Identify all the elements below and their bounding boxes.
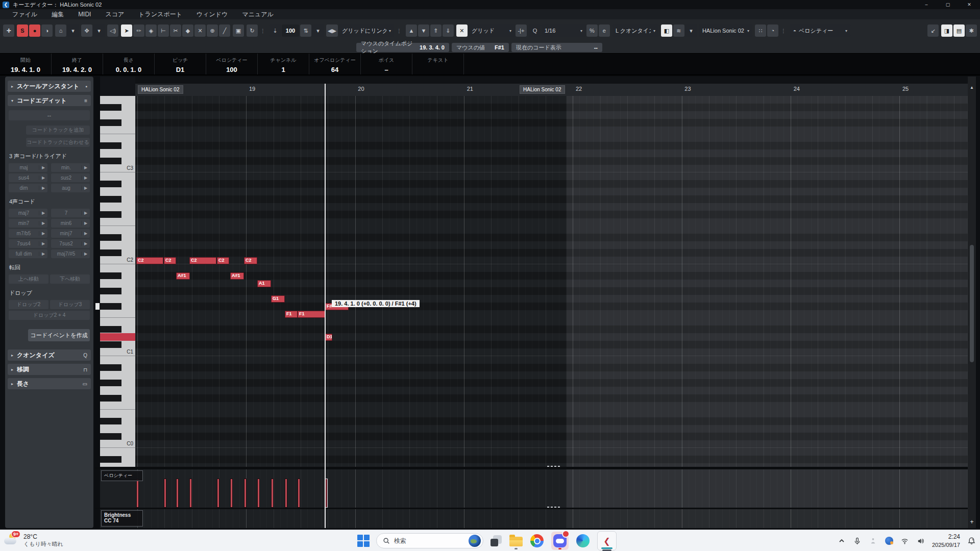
show-part-borders-button[interactable]: ≋ [673, 24, 684, 37]
piano-key-E1[interactable] [100, 318, 135, 325]
part-select-arrow[interactable]: ▾ [685, 24, 697, 37]
show-lower-zone-button[interactable]: ▤ [953, 24, 965, 37]
search-box[interactable]: 検索 [376, 533, 483, 548]
piano-key-Gs2[interactable] [100, 195, 135, 203]
accessibility-tray-icon[interactable] [869, 536, 878, 545]
chord-7-button[interactable]: 7▶ [51, 209, 90, 217]
edit-active-part-only-button[interactable]: ◧ [661, 24, 672, 37]
chord-play-arrow-icon[interactable]: ▶ [39, 241, 47, 246]
grid-relative-button[interactable]: -|+ [516, 24, 527, 37]
piano-key-Ds0[interactable] [100, 417, 135, 425]
menu-manual[interactable]: マニュアル [235, 9, 280, 19]
time-warp-button[interactable]: ▣ [233, 24, 244, 37]
event-colors-dropdown[interactable]: ◓ベロシティー▾ [790, 24, 850, 37]
section-長さ[interactable]: ▸長さ▭ [8, 378, 91, 389]
piano-key-G0[interactable] [100, 387, 135, 394]
midi-note[interactable]: C2 [136, 257, 163, 264]
vertical-scrollbar[interactable]: ▲ + [968, 77, 976, 528]
link-editors-button[interactable]: ↙ [927, 24, 939, 37]
chord-play-arrow-icon[interactable]: ▶ [81, 211, 90, 215]
chord-min--button[interactable]: min.▶ [51, 163, 90, 172]
piano-key-As1[interactable] [100, 272, 135, 280]
velocity-bar[interactable] [164, 479, 166, 508]
piano-key-F1[interactable] [100, 310, 135, 318]
piano-key-D0[interactable] [100, 425, 135, 433]
menu-file[interactable]: ファイル [5, 9, 44, 19]
set-up-window-layout-button[interactable]: ✱ [966, 24, 977, 37]
chord-7sus4-button[interactable]: 7sus4▶ [9, 239, 47, 248]
piano-key-C1[interactable]: C1 [100, 348, 135, 356]
part-name-tab[interactable]: HALion Sonic 02 [138, 85, 183, 94]
part-end-tab[interactable]: HALion Sonic 02 [520, 85, 565, 94]
acoustic-monitor-button[interactable]: ◁) [107, 24, 118, 37]
piano-key-E0[interactable] [100, 410, 135, 417]
file-explorer-button[interactable] [509, 532, 523, 549]
chord-play-arrow-icon[interactable]: ▶ [81, 231, 90, 236]
piano-key-C3[interactable]: C3 [100, 165, 135, 172]
midi-note[interactable]: A#1 [230, 272, 244, 280]
midi-note[interactable]: D1 [325, 334, 332, 341]
piano-key-Cs0[interactable] [100, 433, 135, 440]
scroll-up-arrow-icon[interactable]: ▲ [969, 85, 975, 91]
transpose-down-button[interactable]: ▼ [418, 24, 429, 37]
step-input-button[interactable]: ∷ [755, 24, 766, 37]
piano-key-Fs2[interactable] [100, 211, 135, 218]
chord-play-arrow-icon[interactable]: ▶ [81, 252, 90, 256]
velocity-bar[interactable] [189, 479, 192, 508]
notification-bell-button[interactable]: z [967, 536, 976, 545]
chrome-button[interactable] [530, 532, 544, 549]
chord-full-dim-button[interactable]: full dim▶ [9, 249, 47, 258]
velocity-bar[interactable] [285, 479, 287, 508]
midi-note[interactable]: C2 [164, 257, 176, 264]
chord-maj7-5-button[interactable]: maj7/#5▶ [51, 249, 90, 258]
piano-key-Cs3[interactable] [100, 157, 135, 165]
piano-key-Ds2[interactable] [100, 234, 135, 241]
piano-key-G2[interactable] [100, 203, 135, 211]
piano-key-B-1[interactable] [100, 448, 135, 456]
info-field-pitch[interactable]: ピッチD1 [155, 54, 206, 74]
close-button[interactable]: ✕ [959, 0, 980, 9]
info-field-voice[interactable]: ボイス– [361, 54, 412, 74]
info-field-velocity[interactable]: ベロシティー100 [206, 54, 258, 74]
glue-tool[interactable]: ◆ [182, 24, 193, 37]
length-options-menu[interactable]: ⋮ [395, 24, 403, 37]
chord-play-arrow-icon[interactable]: ▶ [81, 221, 90, 226]
iterative-quantize-button[interactable]: % [586, 24, 598, 37]
add-chord-track-button[interactable]: コードトラックを追加 [26, 126, 90, 135]
wifi-tray-icon[interactable] [900, 536, 910, 545]
info-field-end[interactable]: 終了19. 4. 2. 0 [52, 54, 103, 74]
velocity-lane[interactable]: ベロシティー [100, 469, 968, 508]
microphone-tray-icon[interactable] [853, 536, 862, 545]
insert-velocity-dropdown[interactable]: ▾ [312, 24, 324, 37]
piano-key-C0[interactable]: C0 [100, 440, 135, 448]
chord-7sus2-button[interactable]: 7sus2▶ [51, 239, 90, 248]
piano-key-Ds1[interactable] [100, 325, 135, 333]
menu-transport[interactable]: トランスポート [131, 9, 189, 19]
show-left-zone-button[interactable]: ◨ [941, 24, 952, 37]
insert-velocity-value[interactable]: 100 [282, 24, 299, 37]
draw-tool[interactable]: ✏ [133, 24, 144, 37]
piano-key-Gs0[interactable] [100, 379, 135, 387]
chord-maj7-button[interactable]: maj7▶ [9, 209, 47, 217]
info-field-length[interactable]: 長さ0. 0. 1. 0 [103, 54, 155, 74]
chord-play-arrow-icon[interactable]: ▶ [81, 165, 90, 170]
piano-key-D2[interactable] [100, 241, 135, 249]
piano-key-F0[interactable] [100, 402, 135, 410]
independent-track-loop-button[interactable]: ↻ [247, 24, 258, 37]
chord-sus4-button[interactable]: sus4▶ [9, 173, 47, 182]
inversion-下へ移動-button[interactable]: 下へ移動 [50, 274, 90, 284]
midi-note[interactable]: C2 [217, 257, 229, 264]
piano-key-B2[interactable] [100, 172, 135, 180]
note-length-link-dropdown[interactable]: グリッドにリンク▾ [339, 24, 394, 37]
trim-tool[interactable]: ⊢ [158, 24, 169, 37]
velocity-bar[interactable] [298, 479, 300, 508]
open-quantize-panel-button[interactable]: e [599, 24, 610, 37]
piano-key-D3[interactable] [100, 149, 135, 157]
lane-resize-handle[interactable] [547, 507, 561, 508]
velocity-bar[interactable] [136, 479, 139, 508]
clock-widget[interactable]: 2:24 2025/09/17 [932, 533, 960, 548]
transpose-octave-down-button[interactable]: ⇓ [443, 24, 454, 37]
create-chord-event-button[interactable]: コードイベントを作成 [28, 329, 90, 341]
piano-key-C2[interactable]: C2 [100, 257, 135, 264]
drop-2-4-button[interactable]: ドロップ2 + 4 [9, 311, 90, 320]
